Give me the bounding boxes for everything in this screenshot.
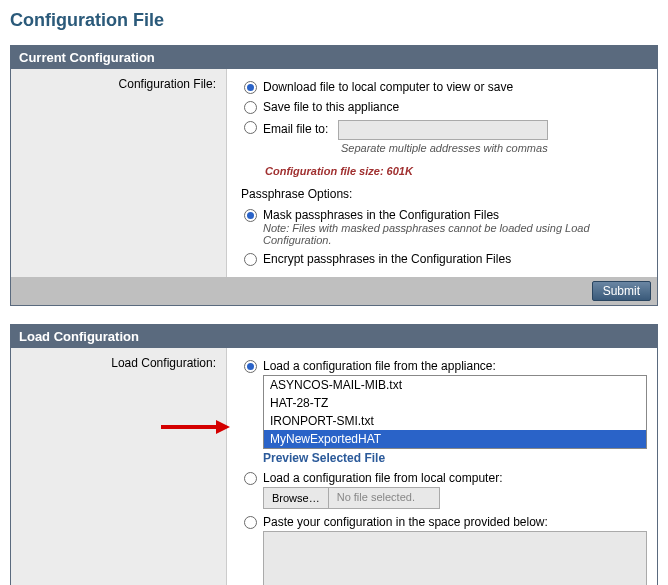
appliance-file-list[interactable]: ASYNCOS-MAIL-MIB.txt HAT-28-TZ IRONPORT-… bbox=[263, 375, 647, 449]
opt-load-paste-label: Paste your configuration in the space pr… bbox=[263, 515, 647, 529]
file-chooser[interactable]: Browse… No file selected. bbox=[263, 487, 440, 509]
opt-email-label: Email file to: bbox=[263, 122, 328, 136]
opt-save-label: Save file to this appliance bbox=[263, 100, 647, 114]
config-size-note: Configuration file size: 601K bbox=[265, 165, 647, 177]
opt-mask-note: Note: Files with masked passphrases cann… bbox=[263, 222, 647, 246]
list-item[interactable]: HAT-28-TZ bbox=[264, 394, 646, 412]
opt-encrypt-label: Encrypt passphrases in the Configuration… bbox=[263, 252, 647, 266]
list-item[interactable]: IRONPORT-SMI.txt bbox=[264, 412, 646, 430]
load-config-panel: Load Configuration Load Configuration: L… bbox=[10, 324, 658, 585]
list-item-selected[interactable]: MyNewExportedHAT bbox=[264, 430, 646, 448]
radio-download[interactable] bbox=[244, 81, 257, 94]
current-config-label: Configuration File: bbox=[11, 69, 226, 277]
radio-load-appliance[interactable] bbox=[244, 360, 257, 373]
radio-mask[interactable] bbox=[244, 209, 257, 222]
browse-filename: No file selected. bbox=[329, 488, 439, 508]
paste-textarea[interactable] bbox=[263, 531, 647, 585]
load-config-label: Load Configuration: bbox=[11, 348, 226, 585]
opt-download-label: Download file to local computer to view … bbox=[263, 80, 647, 94]
email-note: Separate multiple addresses with commas bbox=[341, 142, 647, 154]
current-config-header: Current Configuration bbox=[11, 46, 657, 69]
opt-load-appliance-label: Load a configuration file from the appli… bbox=[263, 359, 647, 373]
preview-selected-link[interactable]: Preview Selected File bbox=[263, 451, 385, 465]
load-config-header: Load Configuration bbox=[11, 325, 657, 348]
radio-load-local[interactable] bbox=[244, 472, 257, 485]
browse-button[interactable]: Browse… bbox=[264, 488, 329, 508]
radio-save[interactable] bbox=[244, 101, 257, 114]
submit-button[interactable]: Submit bbox=[592, 281, 651, 301]
list-item[interactable]: ASYNCOS-MAIL-MIB.txt bbox=[264, 376, 646, 394]
radio-load-paste[interactable] bbox=[244, 516, 257, 529]
radio-encrypt[interactable] bbox=[244, 253, 257, 266]
opt-mask-label: Mask passphrases in the Configuration Fi… bbox=[263, 208, 647, 222]
passphrase-section-title: Passphrase Options: bbox=[241, 187, 647, 201]
opt-load-local-label: Load a configuration file from local com… bbox=[263, 471, 647, 485]
radio-email[interactable] bbox=[244, 121, 257, 134]
email-input[interactable] bbox=[338, 120, 548, 140]
current-config-panel: Current Configuration Configuration File… bbox=[10, 45, 658, 306]
arrow-icon bbox=[161, 420, 230, 434]
page-title: Configuration File bbox=[10, 10, 658, 31]
